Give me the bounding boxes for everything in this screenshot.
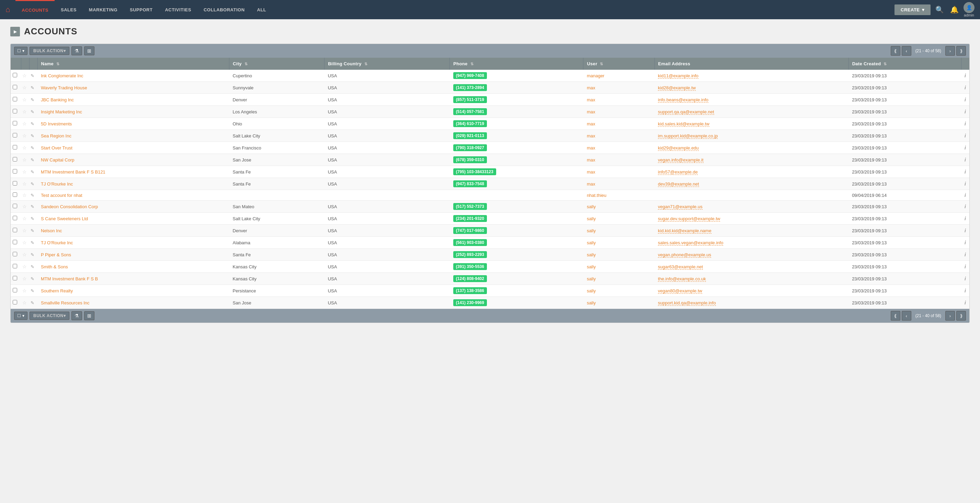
edit-icon[interactable]: ✎ — [30, 85, 34, 90]
account-name-link[interactable]: Insight Marketing Inc — [41, 109, 82, 114]
bottom-select-all-button[interactable]: ☐ ▾ — [14, 311, 27, 320]
row-checkbox[interactable] — [13, 157, 17, 161]
bottom-first-page-button[interactable]: ⟪ — [891, 311, 900, 321]
home-icon[interactable]: ⌂ — [5, 5, 10, 14]
account-name-link[interactable]: S Cane Sweeteners Ltd — [41, 216, 88, 221]
bottom-bulk-action-button[interactable]: BULK ACTION▾ — [30, 311, 69, 320]
info-icon[interactable]: i — [964, 228, 966, 233]
create-button[interactable]: CREATE ▾ — [894, 5, 931, 15]
star-icon[interactable]: ☆ — [22, 133, 27, 139]
account-name-link[interactable]: TJ O'Rourke Inc — [41, 181, 73, 187]
account-name-link[interactable]: Waverly Trading House — [41, 85, 87, 90]
row-checkbox[interactable] — [13, 133, 17, 137]
edit-icon[interactable]: ✎ — [30, 204, 34, 209]
account-name-link[interactable]: MTM Investment Bank F S B — [41, 276, 98, 281]
star-icon[interactable]: ☆ — [22, 228, 27, 233]
email-link[interactable]: kid.sales.kid@example.tw — [658, 121, 710, 127]
edit-icon[interactable]: ✎ — [30, 216, 34, 221]
row-checkbox[interactable] — [13, 240, 17, 244]
user-link[interactable]: max — [587, 157, 595, 163]
email-link[interactable]: vegan.phone@example.us — [658, 252, 711, 258]
edit-icon[interactable]: ✎ — [30, 276, 34, 281]
email-link[interactable]: kid28@example.tw — [658, 85, 696, 91]
edit-icon[interactable]: ✎ — [30, 240, 34, 245]
user-link[interactable]: max — [587, 97, 595, 102]
columns-button[interactable]: ⊞ — [84, 46, 94, 55]
info-icon[interactable]: i — [964, 169, 966, 174]
user-link[interactable]: sally — [587, 252, 596, 257]
user-link[interactable]: sally — [587, 264, 596, 269]
email-link[interactable]: support.kid.qa@example.info — [658, 300, 716, 306]
user-link[interactable]: sally — [587, 228, 596, 233]
nav-collaboration[interactable]: COLLABORATION — [197, 0, 251, 19]
edit-icon[interactable]: ✎ — [30, 97, 34, 102]
info-icon[interactable]: i — [964, 240, 966, 245]
email-link[interactable]: im.support.kid@example.co.jp — [658, 133, 718, 139]
account-name-link[interactable]: JBC Banking Inc — [41, 97, 74, 102]
bottom-last-page-button[interactable]: ⟫ — [956, 311, 966, 321]
star-icon[interactable]: ☆ — [22, 85, 27, 90]
email-link[interactable]: support.qa.qa@example.net — [658, 109, 714, 115]
info-icon[interactable]: i — [964, 288, 966, 294]
sort-name-icon[interactable]: ⇅ — [56, 62, 59, 66]
user-link[interactable]: max — [587, 169, 595, 174]
nav-support[interactable]: SUPPORT — [124, 0, 159, 19]
row-checkbox[interactable] — [13, 228, 17, 232]
email-link[interactable]: sugar.dev.support@example.tw — [658, 216, 720, 222]
row-checkbox[interactable] — [13, 300, 17, 304]
info-icon[interactable]: i — [964, 121, 966, 126]
info-icon[interactable]: i — [964, 192, 966, 198]
row-checkbox[interactable] — [13, 169, 17, 174]
user-link[interactable]: sally — [587, 216, 596, 221]
next-page-button[interactable]: › — [945, 46, 955, 56]
nav-activities[interactable]: ACTIVITIES — [159, 0, 197, 19]
star-icon[interactable]: ☆ — [22, 121, 27, 126]
account-name-link[interactable]: Sandeon Consolidation Corp — [41, 204, 98, 209]
account-name-link[interactable]: NW Capital Corp — [41, 157, 75, 163]
email-link[interactable]: sales.sales.vegan@example.info — [658, 240, 723, 246]
info-icon[interactable]: i — [964, 216, 966, 221]
star-icon[interactable]: ☆ — [22, 192, 27, 198]
user-link[interactable]: max — [587, 85, 595, 90]
row-checkbox[interactable] — [13, 109, 17, 113]
nav-all[interactable]: ALL — [251, 0, 273, 19]
info-icon[interactable]: i — [964, 73, 966, 78]
account-name-link[interactable]: P Piper & Sons — [41, 252, 71, 257]
account-name-link[interactable]: TJ O'Rourke Inc — [41, 240, 73, 245]
sort-phone-icon[interactable]: ⇅ — [471, 62, 474, 66]
info-icon[interactable]: i — [964, 264, 966, 269]
row-checkbox[interactable] — [13, 145, 17, 150]
edit-icon[interactable]: ✎ — [30, 73, 34, 78]
user-menu[interactable]: 👤 admin — [964, 2, 975, 17]
edit-icon[interactable]: ✎ — [30, 169, 34, 174]
row-checkbox[interactable] — [13, 276, 17, 280]
email-link[interactable]: vegan.info@example.it — [658, 157, 703, 163]
star-icon[interactable]: ☆ — [22, 240, 27, 245]
account-name-link[interactable]: MTM Investment Bank F S B121 — [41, 169, 105, 174]
edit-icon[interactable]: ✎ — [30, 252, 34, 257]
bottom-next-page-button[interactable]: › — [945, 311, 955, 321]
edit-icon[interactable]: ✎ — [30, 133, 34, 139]
account-name-link[interactable]: Southern Realty — [41, 288, 73, 294]
info-icon[interactable]: i — [964, 157, 966, 163]
email-link[interactable]: kid29@example.edu — [658, 145, 699, 151]
email-link[interactable]: vegan80@example.tw — [658, 288, 702, 294]
edit-icon[interactable]: ✎ — [30, 228, 34, 233]
user-link[interactable]: max — [587, 109, 595, 114]
row-checkbox[interactable] — [13, 264, 17, 268]
bottom-columns-button[interactable]: ⊞ — [84, 311, 94, 320]
nav-marketing[interactable]: MARKETING — [83, 0, 124, 19]
star-icon[interactable]: ☆ — [22, 276, 27, 281]
user-link[interactable]: max — [587, 181, 595, 187]
email-link[interactable]: dev39@example.net — [658, 181, 699, 187]
edit-icon[interactable]: ✎ — [30, 288, 34, 294]
edit-icon[interactable]: ✎ — [30, 181, 34, 187]
row-checkbox[interactable] — [13, 288, 17, 292]
user-link[interactable]: sally — [587, 288, 596, 294]
edit-icon[interactable]: ✎ — [30, 157, 34, 163]
star-icon[interactable]: ☆ — [22, 73, 27, 78]
select-all-button[interactable]: ☐ ▾ — [14, 47, 27, 55]
account-name-link[interactable]: Smith & Sons — [41, 264, 68, 269]
star-icon[interactable]: ☆ — [22, 300, 27, 305]
sort-user-icon[interactable]: ⇅ — [600, 62, 603, 66]
